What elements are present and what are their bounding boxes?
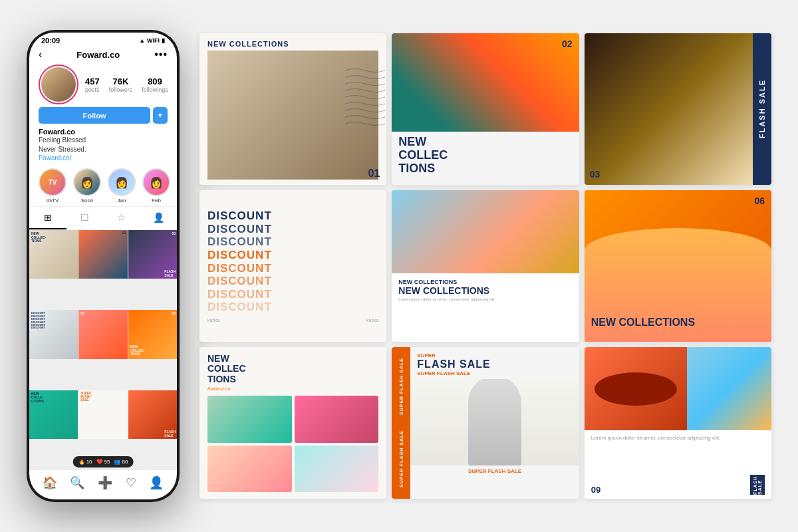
card-01-title: NEW COLLECTIONS [207, 40, 378, 48]
grid-cell-4[interactable]: DISCOUNTDISCOUNTDISCOUNTDISCOUNTDISCOUNT… [29, 310, 78, 358]
card-06-title: NEW COLLECTIONS [591, 317, 765, 329]
user-count: 👥80 [114, 459, 128, 465]
tab-tagged[interactable]: 👤 [140, 207, 178, 229]
card-05: 05 NEW COLLECTIONS NEW COLLECTIONS Lorem… [392, 190, 579, 342]
tab-grid[interactable]: ⊞ [29, 207, 66, 229]
posts-stat: 457 posts [85, 76, 100, 93]
grid-cell-7[interactable]: NEWCOLLECTIONS [29, 390, 78, 439]
back-button[interactable]: ‹ [39, 49, 42, 61]
discount-line-1: DISCOUNT [207, 209, 378, 223]
card-09-eye [585, 347, 688, 430]
phone-mockup: 20:09 ▲ WiFi ▮ ‹ Foward.co ••• [27, 30, 180, 502]
profile-nav-button[interactable]: 👤 [149, 475, 164, 490]
grid-cell-1[interactable]: NEWCOLLEC-TIONS [29, 230, 78, 279]
activity-bar: 🔥10 ❤️95 👥80 [73, 456, 134, 467]
grid-cell-6[interactable]: NEWCOLLEC-TIONS 06 [128, 310, 177, 358]
card-04-footer-right: katika [366, 318, 378, 323]
card-05-label: NEW COLLECTIONS [398, 279, 572, 285]
likes-nav-button[interactable]: ♡ [126, 475, 136, 490]
grid-cell-9[interactable]: FLASHSALE [128, 390, 177, 439]
showcase-grid: NEW COLLECTIONS 01 02 [200, 33, 771, 499]
card-03-label: FLASH SALE [758, 79, 766, 138]
tab-saved[interactable]: ☆ [103, 207, 140, 229]
card-04: DISCOUNT DISCOUNT DISCOUNT DISCOUNT DISC… [200, 190, 386, 342]
main-scene: 20:09 ▲ WiFi ▮ ‹ Foward.co ••• [0, 0, 798, 532]
card-07-img-2 [295, 396, 379, 442]
discount-line-5: DISCOUNT [207, 262, 378, 275]
search-nav-button[interactable]: 🔍 [70, 475, 84, 490]
battery-icon: ▮ [162, 37, 165, 44]
followers-stat: 76K followers [109, 76, 133, 93]
card-05-title: NEW COLLECTIONS [398, 285, 572, 296]
card-07-subtitle: foward.co [207, 386, 378, 392]
grid-cell-5[interactable]: 05 [78, 310, 127, 358]
tab-list[interactable]: ☐ [66, 207, 104, 229]
card-07-img-3 [207, 446, 292, 492]
followings-stat: 809 followings [142, 76, 168, 93]
story-feb[interactable]: 👩 Feb [142, 168, 170, 203]
card-01: NEW COLLECTIONS 01 [200, 33, 386, 185]
bio-line2: Never Stressed. [39, 145, 168, 154]
story-soon[interactable]: 👩 Soon [73, 168, 101, 203]
signal-icon: ▲ [139, 37, 145, 44]
grid-cell-8[interactable]: SUPERFLASHSALE [78, 390, 127, 439]
card-09: Lorem ipsum dolor sit amet, consectetur … [585, 347, 771, 499]
profile-name: Foward.co [76, 50, 120, 60]
card-08-side: SUPER FLASH SALE SUPER FLASH SALE [392, 347, 410, 499]
bio-link[interactable]: Foward.co/ [39, 154, 168, 162]
profile-tabs: ⊞ ☐ ☆ 👤 [29, 206, 177, 230]
card-04-footer-left: katika [207, 318, 219, 323]
card-09-desc: Lorem ipsum dolor sit amet, consectetur … [591, 434, 765, 442]
card-08-flash-label: FLASH SALE [417, 358, 572, 370]
card-03: 03 FLASH SALE [585, 33, 771, 185]
bio-line1: Feeling Blessed [39, 136, 168, 145]
grid-cell-2[interactable]: 02 [78, 230, 127, 279]
card-08-person [410, 379, 579, 466]
card-09-bottom: Lorem ipsum dolor sit amet, consectetur … [585, 430, 771, 499]
bottom-nav: 🏠 🔍 ➕ ♡ 👤 [29, 469, 177, 499]
discount-line-6: DISCOUNT [207, 275, 378, 288]
card-08-footer: SUPER FLASH SALE [410, 466, 579, 477]
discount-line-8: DISCOUNT [207, 301, 378, 314]
follow-section: Follow ▾ [29, 107, 177, 126]
avatar [39, 65, 78, 104]
card-01-number: 01 [368, 168, 380, 180]
stories-row: TV IGTV 👩 Soon 👩 Jan [29, 166, 177, 206]
status-bar: 20:09 ▲ WiFi ▮ [29, 33, 177, 46]
card-07-img-4 [295, 446, 379, 492]
card-07-images [207, 396, 378, 492]
follow-button[interactable]: Follow [39, 107, 150, 124]
card-03-side: FLASH SALE [753, 33, 771, 185]
home-nav-button[interactable]: 🏠 [43, 475, 57, 490]
more-options-button[interactable]: ••• [154, 49, 168, 61]
story-igtv[interactable]: TV IGTV [39, 168, 66, 203]
follow-dropdown-button[interactable]: ▾ [153, 107, 168, 124]
discount-line-2: DISCOUNT [207, 223, 378, 236]
discount-line-7: DISCOUNT [207, 288, 378, 301]
card-07-title: NEWCOLLECTIONS [207, 354, 378, 384]
card-02: 02 NEWCOLLECTIONS [392, 33, 579, 185]
story-jan[interactable]: 👩 Jan [108, 168, 136, 203]
fire-count: 🔥10 [78, 459, 92, 465]
bio-name: Foward.co [39, 128, 168, 136]
status-icons: ▲ WiFi ▮ [139, 37, 165, 44]
card-06: 06 NEW COLLECTIONS [585, 190, 771, 342]
status-time: 20:09 [41, 37, 60, 45]
card-02-title: NEWCOLLECTIONS [398, 136, 572, 175]
card-09-top [585, 347, 771, 430]
card-08-main: SUPER FLASH SALE SUPER FLASH SALE SUPER … [410, 347, 579, 499]
card-05-desc: Lorem ipsum dolor sit amet, consectetur … [398, 297, 572, 301]
phone-header: ‹ Foward.co ••• [29, 46, 177, 65]
card-09-person [687, 347, 771, 430]
card-08-side-text-1: SUPER FLASH SALE [399, 358, 404, 415]
wifi-icon: WiFi [147, 37, 160, 44]
card-04-footer: katika katika [207, 318, 378, 323]
card-02-number: 02 [562, 39, 573, 49]
profile-grid: NEWCOLLEC-TIONS 02 03 FLASHSALE DISCOUNT… [29, 230, 177, 469]
grid-cell-3[interactable]: 03 FLASHSALE [128, 230, 177, 279]
card-03-number: 03 [590, 169, 600, 180]
discount-line-3: DISCOUNT [207, 235, 378, 249]
card-08-side-text-2: SUPER FLASH SALE [399, 430, 404, 487]
card-08-sale-repeat: SUPER FLASH SALE [417, 370, 572, 376]
add-nav-button[interactable]: ➕ [98, 475, 112, 490]
